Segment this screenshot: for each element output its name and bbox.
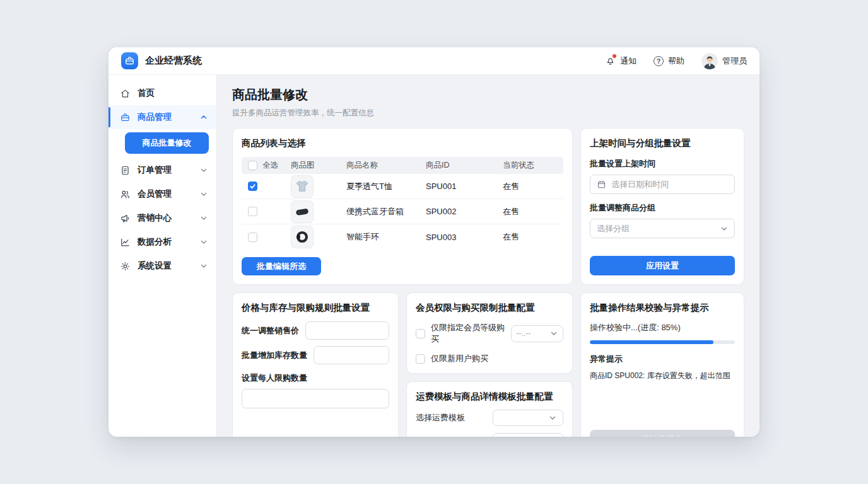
user-menu[interactable]: 管理员 — [701, 53, 747, 69]
tshirt-icon — [293, 178, 311, 195]
sidebar-item-analytics[interactable]: 数据分析 — [108, 230, 216, 254]
product-name: 智能手环 — [346, 231, 426, 243]
app-header: 企业经营系统 通知 ? 帮助 管理员 — [108, 47, 760, 75]
shipping-template-label: 选择运费模板 — [416, 412, 465, 424]
member-level-select[interactable]: --..-- — [511, 325, 563, 342]
sidebar-item-home[interactable]: 首页 — [108, 81, 216, 105]
member-level-label: 仅限指定会员等级购买 — [431, 322, 505, 345]
chevron-down-icon — [550, 330, 558, 337]
sidebar-item-members[interactable]: 会员管理 — [108, 182, 216, 206]
column-header-status: 当前状态 — [503, 160, 563, 171]
group-label: 批量调整商品分组 — [590, 202, 735, 214]
price-stock-card: 价格与库存与限购规则批量设置 统一调整销售价 批量增加库存数量 设置每人限购数量 — [232, 292, 399, 437]
member-card-title: 会员权限与购买限制批量配置 — [416, 302, 563, 314]
select-all-checkbox[interactable] — [248, 161, 257, 170]
error-message: 商品ID SPU002: 库存设置失败，超出范围 — [590, 371, 735, 381]
sidebar-item-label: 会员管理 — [138, 188, 172, 200]
middle-card-stack: 会员权限与购买限制批量配置 仅限指定会员等级购买 --..-- — [406, 292, 573, 437]
table-row: 便携式蓝牙音箱 SPU002 在售 — [242, 199, 563, 224]
row-checkbox[interactable] — [248, 207, 257, 216]
sidebar-subitem-batch-edit[interactable]: 商品批量修改 — [125, 132, 209, 154]
app-window: 企业经营系统 通知 ? 帮助 管理员 — [108, 47, 760, 437]
speaker-icon — [293, 203, 311, 221]
progress-bar-track — [590, 340, 735, 344]
sidebar-item-settings[interactable]: 系统设置 — [108, 254, 216, 278]
notification-button[interactable]: 通知 — [605, 55, 636, 67]
group-select[interactable]: 选择分组 — [590, 219, 735, 238]
briefcase-icon — [124, 55, 135, 66]
row-checkbox[interactable] — [248, 182, 257, 191]
product-status: 在售 — [503, 181, 563, 192]
home-icon — [120, 88, 131, 99]
gear-icon — [120, 261, 131, 272]
product-list-title: 商品列表与选择 — [242, 137, 563, 149]
progress-bar-fill — [590, 340, 713, 344]
validation-card: 批量操作结果校验与异常提示 操作校验中...(进度: 85%) 异常提示 商品I… — [580, 292, 744, 437]
product-name: 便携式蓝牙音箱 — [346, 206, 426, 217]
detail-template-label: 应用详情页模板 — [416, 435, 473, 437]
chevron-down-icon — [200, 238, 208, 246]
notification-label: 通知 — [620, 55, 636, 67]
group-select-placeholder: 选择分组 — [597, 223, 630, 234]
purchase-limit-input[interactable] — [242, 389, 389, 408]
error-section-title: 异常提示 — [590, 354, 735, 365]
schedule-group-card: 上架时间与分组批量设置 批量设置上架时间 选择日期和时间 批量调整商品分组 选择… — [580, 128, 744, 285]
sidebar-item-label: 订单管理 — [138, 164, 172, 176]
table-row: 夏季透气T恤 SPU001 在售 — [242, 174, 563, 199]
price-input[interactable] — [305, 321, 389, 340]
sidebar-item-label: 营销中心 — [138, 212, 172, 224]
stock-label: 批量增加库存数量 — [242, 350, 307, 361]
product-status: 在售 — [503, 231, 563, 243]
member-level-select-value: --..-- — [517, 329, 531, 338]
avatar — [701, 53, 718, 69]
column-header-name: 商品名称 — [346, 160, 426, 171]
datetime-picker-input[interactable]: 选择日期和时间 — [590, 175, 735, 194]
member-restriction-card: 会员权限与购买限制批量配置 仅限指定会员等级购买 --..-- — [406, 292, 573, 374]
chevron-down-icon — [200, 166, 208, 174]
shipping-template-row: 选择运费模板 — [416, 410, 563, 426]
detail-template-select[interactable] — [493, 433, 563, 437]
sidebar-item-label: 系统设置 — [138, 260, 172, 272]
chevron-down-icon — [200, 214, 208, 222]
help-button[interactable]: ? 帮助 — [654, 55, 684, 67]
datetime-placeholder: 选择日期和时间 — [611, 179, 669, 190]
sidebar-item-products[interactable]: 商品管理 — [108, 105, 216, 129]
new-user-checkbox[interactable] — [416, 354, 425, 364]
stock-input[interactable] — [314, 346, 389, 364]
sidebar-item-marketing[interactable]: 营销中心 — [108, 206, 216, 230]
table-row: 智能手环 SPU003 在售 — [242, 224, 563, 250]
sidebar-item-label: 商品管理 — [138, 112, 172, 123]
table-header-select: 全选 — [242, 160, 291, 171]
sidebar-item-label: 数据分析 — [138, 236, 172, 248]
table-header-row: 全选 商品图 商品名称 商品ID 当前状态 — [242, 157, 563, 174]
batch-edit-button[interactable]: 批量编辑所选 — [242, 257, 321, 275]
confirm-submit-button[interactable]: 确认并提交 — [590, 430, 735, 437]
product-thumbnail — [291, 175, 314, 198]
validation-card-title: 批量操作结果校验与异常提示 — [590, 302, 735, 314]
megaphone-icon — [120, 213, 131, 224]
product-id: SPU001 — [426, 182, 503, 191]
user-name: 管理员 — [722, 55, 747, 67]
document-icon — [120, 165, 131, 176]
product-status: 在售 — [503, 206, 563, 217]
briefcase-icon — [120, 112, 131, 123]
calendar-icon — [597, 180, 606, 189]
app-title: 企业经营系统 — [145, 55, 202, 67]
new-user-label: 仅限新用户购买 — [431, 353, 488, 364]
member-level-checkbox[interactable] — [416, 329, 425, 338]
sidebar-item-orders[interactable]: 订单管理 — [108, 158, 216, 182]
chevron-down-icon — [549, 414, 556, 422]
detail-template-row: 应用详情页模板 — [416, 433, 563, 437]
sidebar-item-label: 首页 — [138, 88, 155, 99]
shipping-template-select[interactable] — [493, 410, 563, 426]
page-background: { "colors": { "accent": "#2878f0", "noti… — [0, 0, 868, 484]
row-checkbox[interactable] — [248, 233, 257, 242]
users-icon — [120, 189, 131, 200]
product-id: SPU002 — [426, 207, 503, 216]
chevron-down-icon — [720, 225, 728, 233]
new-user-row: 仅限新用户购买 — [416, 353, 563, 364]
apply-settings-button[interactable]: 应用设置 — [590, 256, 735, 275]
column-header-id: 商品ID — [426, 160, 503, 171]
app-logo — [121, 52, 138, 69]
chevron-down-icon — [200, 262, 208, 270]
